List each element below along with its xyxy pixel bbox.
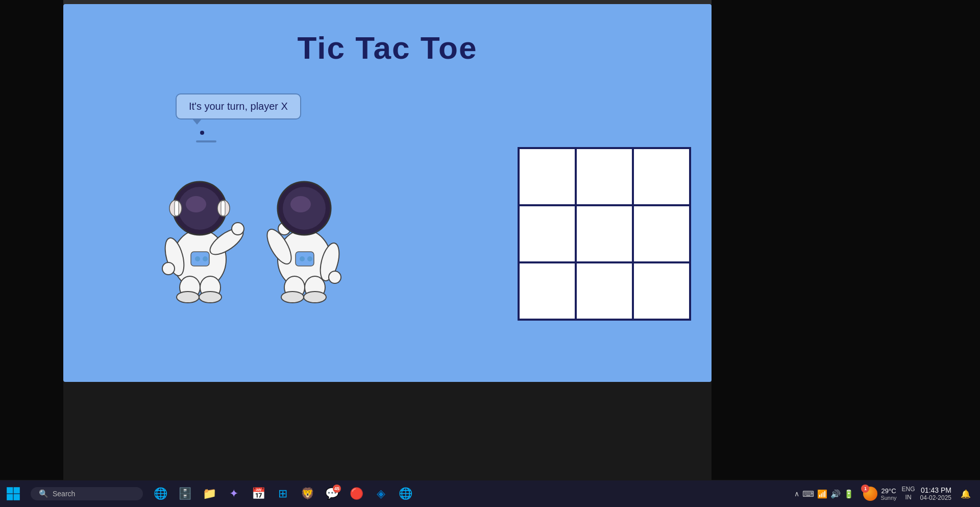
- taskbar-right: ∧ ⌨ 📶 🔊 🔋 1 29°C Sunny ENG IN 01:43 PM 0: [794, 482, 980, 505]
- volume-icon[interactable]: 🔊: [830, 489, 841, 499]
- weather-widget: 1 29°C Sunny: [863, 487, 896, 501]
- search-bar[interactable]: 🔍 Search: [31, 487, 143, 500]
- cell-2[interactable]: [634, 149, 689, 204]
- cell-1[interactable]: [577, 149, 632, 204]
- language-code: ENG: [902, 486, 915, 494]
- whatsapp-badge: 45: [333, 485, 341, 493]
- cell-4[interactable]: [577, 206, 632, 261]
- svg-rect-14: [175, 201, 179, 216]
- svg-point-35: [307, 256, 312, 261]
- clock-time: 01:43 PM: [921, 486, 951, 494]
- main-game-area: Tic Tac Toe It's your turn, player X: [63, 4, 712, 382]
- svg-point-32: [290, 196, 311, 212]
- left-panel: [0, 0, 63, 480]
- board-container: [518, 147, 691, 321]
- svg-rect-36: [7, 487, 13, 493]
- cell-6[interactable]: [520, 263, 575, 319]
- grid-icon: ⊞: [278, 487, 287, 500]
- clock-widget[interactable]: 01:43 PM 04-02-2025: [920, 486, 951, 501]
- system-tray: ∧ ⌨ 📶 🔊 🔋: [794, 489, 854, 499]
- notification-icon: 🔔: [961, 489, 971, 499]
- windows-logo-icon: [6, 487, 20, 501]
- taskbar-vscode-icon[interactable]: ◈: [370, 482, 392, 505]
- cell-8[interactable]: [634, 263, 689, 319]
- game-board: [518, 147, 691, 321]
- astronauts-container: [155, 157, 349, 305]
- svg-point-18: [195, 256, 200, 261]
- right-panel: [712, 0, 980, 480]
- network-icon[interactable]: 📶: [817, 489, 827, 499]
- cell-0[interactable]: [520, 149, 575, 204]
- cell-3[interactable]: [520, 206, 575, 261]
- svg-point-19: [203, 256, 208, 261]
- taskbar-brave-icon[interactable]: 🦁: [296, 482, 318, 505]
- svg-rect-37: [14, 487, 20, 493]
- weather-condition: Sunny: [880, 495, 896, 501]
- brave-icon: 🦁: [301, 487, 314, 500]
- speech-bubble-container: It's your turn, player X: [176, 93, 301, 119]
- weather-info: 29°C Sunny: [880, 487, 896, 501]
- svg-point-24: [304, 292, 326, 303]
- taskbar-grid-icon[interactable]: ⊞: [272, 482, 294, 505]
- cell-5[interactable]: [634, 206, 689, 261]
- files-icon: 🗄️: [178, 487, 192, 500]
- svg-point-27: [329, 271, 341, 283]
- svg-point-3: [177, 292, 199, 303]
- search-icon: 🔍: [39, 489, 48, 498]
- chrome-red-icon: 🔴: [350, 487, 363, 500]
- start-button[interactable]: [0, 480, 27, 507]
- keyboard-icon[interactable]: ⌨: [802, 489, 814, 499]
- search-label: Search: [53, 490, 75, 498]
- copilot-icon: ✦: [229, 487, 238, 500]
- weather-temp: 29°C: [881, 487, 896, 495]
- svg-point-12: [186, 196, 206, 212]
- vscode-icon: ◈: [377, 487, 385, 500]
- chrome-icon: 🌐: [399, 487, 412, 500]
- browser-bar: [63, 0, 712, 4]
- taskbar: 🔍 Search 🌐 🗄️ 📁 ✦ 📅 ⊞ 🦁 💬 45: [0, 480, 980, 507]
- taskbar-chrome-red-icon[interactable]: 🔴: [345, 482, 368, 505]
- taskbar-copilot-icon[interactable]: ✦: [223, 482, 245, 505]
- bubble-dot: [200, 131, 204, 135]
- svg-point-7: [232, 223, 244, 235]
- svg-point-34: [300, 256, 305, 261]
- bubble-line: [196, 140, 216, 142]
- taskbar-folder-icon[interactable]: 📁: [198, 482, 220, 505]
- taskbar-files-icon[interactable]: 🗄️: [174, 482, 196, 505]
- svg-rect-16: [221, 201, 225, 216]
- svg-rect-39: [14, 494, 20, 500]
- notification-center-button[interactable]: 🔔: [957, 482, 975, 505]
- status-message: It's your turn, player X: [189, 101, 288, 112]
- taskbar-chrome-icon[interactable]: 🌐: [394, 482, 416, 505]
- cell-7[interactable]: [577, 263, 632, 319]
- globe-icon: 🌐: [154, 487, 167, 500]
- taskbar-whatsapp-icon[interactable]: 💬 45: [321, 482, 343, 505]
- language-region: IN: [902, 494, 915, 502]
- astronaut-1: [155, 157, 244, 305]
- svg-rect-38: [7, 494, 13, 500]
- calendar-icon: 📅: [252, 487, 265, 500]
- svg-point-4: [199, 292, 222, 303]
- taskbar-globe-icon[interactable]: 🌐: [149, 482, 172, 505]
- battery-icon[interactable]: 🔋: [844, 489, 854, 499]
- astronaut-2: [260, 157, 349, 305]
- taskbar-calendar-icon[interactable]: 📅: [247, 482, 270, 505]
- game-title: Tic Tac Toe: [63, 4, 712, 66]
- svg-point-8: [162, 262, 175, 275]
- taskbar-icons: 🌐 🗄️ 📁 ✦ 📅 ⊞ 🦁 💬 45 🔴 ◈: [149, 482, 416, 505]
- clock-date: 04-02-2025: [920, 494, 951, 501]
- speech-bubble: It's your turn, player X: [176, 93, 301, 119]
- chevron-up-icon[interactable]: ∧: [794, 490, 799, 498]
- folder-icon: 📁: [203, 487, 216, 500]
- language-widget[interactable]: ENG IN: [902, 486, 915, 501]
- svg-point-23: [281, 292, 304, 303]
